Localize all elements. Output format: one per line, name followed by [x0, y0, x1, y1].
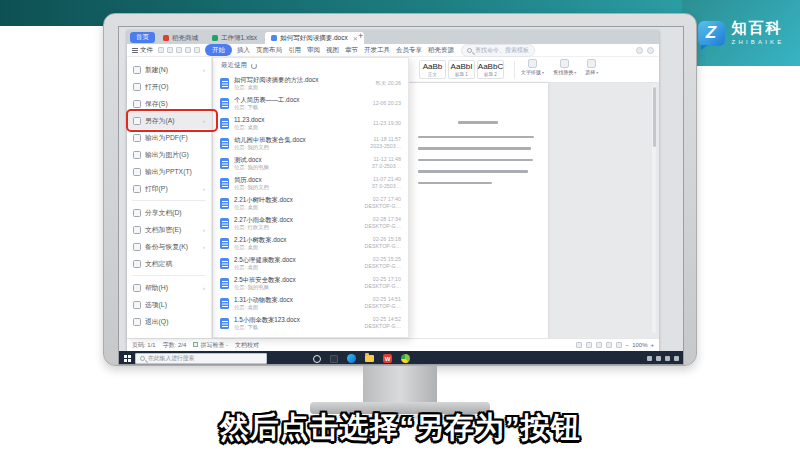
scrollbar-thumb[interactable]	[653, 87, 656, 147]
file-explorer-icon[interactable]	[365, 355, 374, 362]
file-menu-item-label: 退出(Q)	[145, 317, 168, 327]
recent-file-row[interactable]: 2.5心理健康教案.docx 位置: 桌面 02-25 15:25 DESKTO…	[213, 253, 408, 273]
recent-file-row[interactable]: 个人简历表——工.docx 位置: 下载 12-06 20:23	[213, 93, 408, 113]
file-menu-item[interactable]: 保存(S)	[127, 95, 211, 112]
file-menu-item-label: 备份与恢复(K)	[145, 242, 188, 252]
recent-file-row[interactable]: 2.21小树叶教案.docx 位置: 桌面 02-27 17:40 DESKTO…	[213, 193, 408, 213]
file-menu-item[interactable]: 文档加密(E) ›	[127, 221, 211, 238]
sticky-notes-icon[interactable]	[330, 355, 338, 363]
document-tab[interactable]: 稻壳商城	[157, 32, 204, 44]
save-icon[interactable]	[158, 47, 164, 53]
file-device: 37.0-2503…	[372, 163, 401, 170]
ribbon-tab[interactable]: 视图	[326, 46, 339, 55]
tab-home-ribbon[interactable]: 开始	[205, 44, 232, 56]
file-menu-item[interactable]: 输出为图片(G)	[127, 146, 211, 163]
style-label: 标题 1	[455, 72, 468, 77]
preview-icon[interactable]	[176, 47, 182, 53]
video-frame: Z 知百科 ZHIBAIKE 首页 稻壳商城	[0, 0, 800, 450]
recent-file-row[interactable]: 2.5中班安全教案.docx 位置: 我的电脑 02-25 17:10 DESK…	[213, 273, 408, 293]
ribbon-tab[interactable]: 开发工具	[364, 46, 390, 55]
recent-file-row[interactable]: 1.31小动物教案.docx 位置: 桌面 02-25 14:51 DESKTO…	[213, 293, 408, 313]
ribbon-button[interactable]: 文字排版	[521, 59, 544, 75]
recent-file-row[interactable]: 2.21小树教案.docx 位置: 桌面 02-26 15:18 DESKTOP…	[213, 233, 408, 253]
fullscreen-icon[interactable]	[616, 342, 622, 348]
style-preset[interactable]: AaBbC 标题 2	[477, 60, 504, 79]
file-menu-item[interactable]: 退出(Q)	[127, 313, 211, 330]
redo-icon[interactable]	[194, 47, 200, 53]
tray-volume-icon[interactable]	[665, 356, 670, 361]
ribbon-tab[interactable]: 稻壳资源	[428, 46, 454, 55]
ribbon-tab[interactable]: 页面布局	[256, 46, 282, 55]
page-view-icon[interactable]	[586, 342, 592, 348]
chevron-right-icon: ›	[203, 244, 205, 250]
eye-protect-icon[interactable]	[576, 342, 582, 348]
recent-files-panel: 最近使用 如何写好阅读摘要的方法.docx 位置: 桌面	[212, 57, 409, 338]
tray-battery-icon[interactable]	[674, 356, 679, 361]
print-icon[interactable]	[167, 47, 173, 53]
file-menu-item[interactable]: 打印(P) ›	[127, 180, 211, 197]
new-tab-button[interactable]: +	[358, 31, 363, 41]
recent-file-row[interactable]: 2.27小雨伞教案.docx 位置: 行政文档 02-28 17:34 DESK…	[213, 213, 408, 233]
file-menu-item[interactable]: 打开(O)	[127, 78, 211, 95]
file-menu-item[interactable]: 分享文档(D)	[127, 204, 211, 221]
file-menu-item[interactable]: 另存为(A) ›	[127, 112, 211, 129]
file-menu-item[interactable]: 备份与恢复(K) ›	[127, 238, 211, 255]
edge-icon[interactable]	[347, 354, 356, 363]
ribbon-tab[interactable]: 章节	[345, 46, 358, 55]
start-button[interactable]	[119, 351, 135, 365]
file-menu-item[interactable]: 选项(L)	[127, 296, 211, 313]
file-menu-item[interactable]: 输出为PPTX(T)	[127, 163, 211, 180]
undo-icon[interactable]	[185, 47, 191, 53]
file-date: 11-07 21:40	[373, 176, 401, 183]
document-tab[interactable]: 如何写好阅读摘要.docx ✕	[265, 32, 364, 44]
ribbon-button[interactable]: 查找替换	[553, 59, 576, 75]
web-view-icon[interactable]	[596, 342, 602, 348]
document-text-line	[458, 121, 499, 124]
file-menu-item[interactable]: 新建(N) ›	[127, 61, 211, 78]
recent-file-row[interactable]: 幼儿园中班教案合集.docx 位置: 我的文档 11-18 11:57 2023…	[213, 133, 408, 153]
proofread-button[interactable]: 文档校对	[235, 341, 259, 350]
zoom-out-button[interactable]: −	[626, 342, 630, 348]
style-preset[interactable]: AaBbI 标题 1	[448, 60, 475, 79]
recent-file-row[interactable]: 11.23.docx 位置: 桌面 11-23 19:30	[213, 113, 408, 133]
recent-file-row[interactable]: 如何写好阅读摘要的方法.docx 位置: 桌面 昨天 20:26	[213, 73, 408, 93]
file-menu-item[interactable]: 输出为PDF(F)	[127, 129, 211, 146]
file-menu-item[interactable]: 文档定稿	[127, 255, 211, 272]
recent-file-row[interactable]: 简历.docx 位置: 我的文档 11-07 21:40 37.0-2503…	[213, 173, 408, 193]
file-date: 02-26 15:18	[373, 236, 401, 243]
file-menu-button[interactable]: 文件	[132, 46, 153, 55]
close-icon[interactable]: ✕	[353, 35, 358, 42]
outline-view-icon[interactable]	[606, 342, 612, 348]
ribbon-tab[interactable]: 插入	[237, 46, 250, 55]
document-tab[interactable]: 工作簿1.xlsx	[206, 32, 263, 44]
ribbon-button[interactable]: 选择	[585, 59, 598, 75]
ribbon-tab[interactable]: 审阅	[307, 46, 320, 55]
ribbon-tab[interactable]: 会员专享	[396, 46, 422, 55]
docx-file-icon	[220, 78, 229, 89]
refresh-icon[interactable]	[251, 63, 257, 69]
vertical-scrollbar[interactable]	[652, 85, 656, 333]
style-sample: AaBb	[423, 63, 443, 71]
cortana-icon[interactable]	[313, 355, 321, 363]
file-menu-item-label: 文档加密(E)	[145, 225, 181, 235]
windows-taskbar: 在此输入进行搜索 W	[119, 351, 684, 365]
document-page[interactable]	[408, 83, 548, 338]
taskbar-search[interactable]: 在此输入进行搜索	[135, 353, 267, 364]
file-name: 如何写好阅读摘要的方法.docx	[234, 76, 371, 84]
wps-icon[interactable]: W	[383, 354, 392, 363]
ribbon-tab[interactable]: 引用	[288, 46, 301, 55]
tray-input-icon[interactable]	[647, 356, 652, 361]
style-preset[interactable]: AaBb 正文	[419, 60, 446, 79]
zoom-in-button[interactable]: +	[650, 342, 654, 348]
recent-file-row[interactable]: 1.5小雨伞教案123.docx 位置: 下载 02-25 14:52 DESK…	[213, 313, 408, 333]
tray-network-icon[interactable]	[656, 356, 661, 361]
browser-360-icon[interactable]	[401, 354, 410, 363]
bell-icon[interactable]	[647, 47, 654, 54]
document-tab[interactable]: 首页	[130, 32, 155, 43]
file-menu-item[interactable]: 帮助(H) ›	[127, 279, 211, 296]
spellcheck-toggle[interactable]: 拼写检查 -	[193, 341, 228, 350]
command-search[interactable]: 查找命令、搜索模板	[461, 44, 535, 57]
docx-file-icon	[220, 218, 229, 229]
avatar-icon[interactable]	[636, 47, 643, 54]
recent-file-row[interactable]: 测试.docx 位置: 我的电脑 11-12 11:48 37.0-2503…	[213, 153, 408, 173]
